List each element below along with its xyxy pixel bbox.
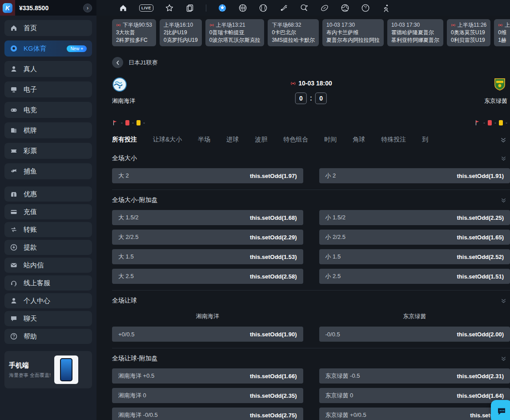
match-card[interactable]: 上半场13:210普瑞卡帕提亚0波尔塔瓦沃尔斯克拉 <box>205 19 265 46</box>
odds-cell[interactable]: 小 2.5this.setOdd(1.51) <box>319 269 510 284</box>
odds-cell[interactable]: 大 2/2.5this.setOdd(2.29) <box>112 230 303 245</box>
market-tab-2[interactable]: 半场 <box>198 136 210 144</box>
back-button[interactable] <box>112 57 123 68</box>
market-tab-5[interactable]: 特色组合 <box>283 136 308 144</box>
market-tab-9[interactable]: 到 <box>422 136 428 144</box>
chevrons-down-icon[interactable] <box>501 298 506 304</box>
sidebar-item-slots[interactable]: 电子 <box>4 81 92 97</box>
odds-cell[interactable]: +0/0.5this.setOdd(1.90) <box>112 327 303 342</box>
sidebar-collapse-button[interactable]: › <box>83 4 92 12</box>
sidebar-item-messages[interactable]: 站内信 <box>4 258 92 273</box>
match-card-time: 下半场90:53 <box>116 21 152 29</box>
slots-icon <box>10 85 18 93</box>
live-match-cards-row: 下半场90:533大坎普2科罗拉多FC上半场16:102比萨U190克罗托内U1… <box>96 16 510 50</box>
sidebar-item-profile[interactable]: 个人中心 <box>4 293 92 308</box>
match-card-team2: 基利亚特阿娜夏普尔 <box>391 36 439 44</box>
market-tab-8[interactable]: 特殊投注 <box>381 136 406 144</box>
odds-cell[interactable]: 东京绿茵 +0/0.5this.setOdd( <box>319 408 510 420</box>
odds-cell[interactable]: 小 1.5/2this.setOdd(2.25) <box>319 210 510 225</box>
match-center: 10-03 18:00 0 : 0 <box>290 80 332 104</box>
basketball-icon[interactable] <box>238 4 247 12</box>
market-tab-7[interactable]: 角球 <box>353 136 365 144</box>
bet-odd: this.setOdd(1.68) <box>250 214 297 221</box>
odds-cell[interactable]: 大 2.5this.setOdd(2.58) <box>112 269 303 284</box>
chevrons-down-icon[interactable] <box>501 356 506 362</box>
match-card-team1: 布内卡兰萨维 <box>326 29 380 36</box>
sidebar-item-esports[interactable]: 电竞 <box>4 102 92 118</box>
bet-odd: this.setOdd(2.00) <box>457 331 504 338</box>
sidebar-item-lottery[interactable]: 彩票 <box>4 143 92 159</box>
badminton-icon[interactable] <box>279 4 288 12</box>
tabs-expand-icon[interactable] <box>500 137 506 143</box>
live-filter-button[interactable]: LIVE <box>139 4 153 12</box>
match-card[interactable]: 下半场90:533大坎普2科罗拉多FC <box>112 19 156 46</box>
sidebar-item-deposit[interactable]: 充值 <box>4 204 92 219</box>
sidebar-item-withdraw[interactable]: 提款 <box>4 240 92 255</box>
match-card[interactable]: 上半场0维1赫 <box>494 19 510 46</box>
sidebar-item-support[interactable]: 线上客服 <box>4 275 92 291</box>
odds-cell[interactable]: 湘南海洋 +0.5this.setOdd(1.66) <box>112 368 303 384</box>
odds-cell[interactable]: 东京绿茵 -0.5this.setOdd(2.31) <box>319 368 510 384</box>
match-card-team2: 1赫 <box>498 36 510 44</box>
chat-button[interactable] <box>491 400 510 420</box>
baseball-icon[interactable] <box>259 4 268 12</box>
sidebar-item-label: 真人 <box>24 65 37 73</box>
sidebar-header: K ¥335.8500 › <box>0 0 96 16</box>
odds-cell[interactable]: 小 1.5this.setOdd(2.52) <box>319 249 510 264</box>
bet-label: 大 1.5/2 <box>118 214 139 222</box>
league-name: 日本J1联赛 <box>129 59 158 67</box>
help-icon <box>10 332 18 340</box>
match-card-time: 上半场11:26 <box>451 21 486 29</box>
soccer-ball-icon[interactable] <box>218 4 227 12</box>
market-section-header: 全场让球-附加盘 <box>112 348 510 368</box>
odds-cell[interactable]: 小 2/2.5this.setOdd(1.65) <box>319 230 510 245</box>
odds-cell[interactable]: 湘南海洋 -0/0.5this.setOdd(2.75) <box>112 408 303 420</box>
table-tennis-icon[interactable] <box>300 4 309 12</box>
sidebar-item-fishing[interactable]: 捕鱼 <box>4 163 92 179</box>
market-tab-3[interactable]: 进球 <box>226 136 239 144</box>
sidebar-item-kg-sports[interactable]: KG体育New + <box>4 40 92 57</box>
odds-cell[interactable]: 大 1.5this.setOdd(1.53) <box>112 249 303 264</box>
chevrons-down-icon[interactable] <box>501 156 506 162</box>
mobile-app-promo[interactable]: 手机端 海量赛事 全面覆盖! <box>4 351 92 388</box>
sidebar-item-help[interactable]: 帮助 <box>4 329 92 344</box>
bet-odd: this.setOdd(1.65) <box>457 234 504 241</box>
odds-cell[interactable]: 东京绿茵 0this.setOdd(1.64) <box>319 388 510 403</box>
match-card[interactable]: 10-03 17:30布内卡兰萨维夏普尔布内阿拉拉阿拉 <box>322 19 384 46</box>
odds-cell[interactable]: 大 1.5/2this.setOdd(1.68) <box>112 210 303 225</box>
odds-cell[interactable]: 大 2this.setOdd(1.97) <box>112 168 303 183</box>
bowling-icon[interactable] <box>361 4 370 12</box>
home-icon[interactable] <box>119 4 128 12</box>
market-tab-6[interactable]: 时间 <box>324 136 337 144</box>
match-card[interactable]: 下半场68:320卡巴北尔3MS提拉哈卡默尔 <box>268 19 319 46</box>
market-tab-0[interactable]: 所有投注 <box>112 136 137 144</box>
away-cards-corners: - - - <box>474 120 507 126</box>
odds-cell[interactable]: 湘南海洋 0this.setOdd(2.35) <box>112 388 303 403</box>
favorites-star-icon[interactable] <box>165 4 174 12</box>
sidebar-item-home[interactable]: 首页 <box>4 20 92 36</box>
american-football-icon[interactable] <box>320 4 329 12</box>
column-header: 湘南海洋 <box>112 312 303 320</box>
sidebar-item-promotions[interactable]: 优惠 <box>4 186 92 202</box>
away-score: 0 <box>315 93 327 104</box>
athletics-icon[interactable] <box>381 4 390 12</box>
brand-logo-icon[interactable]: K <box>3 3 12 13</box>
odds-cell[interactable]: 小 2this.setOdd(1.91) <box>319 168 510 183</box>
sidebar-item-chat[interactable]: 聊天 <box>4 311 92 326</box>
bet-odd: this.setOdd(2.29) <box>250 234 297 241</box>
match-card[interactable]: 上半场11:260奥洛莫茨U190利贝雷茨U19 <box>447 19 490 46</box>
sidebar: K ¥335.8500 › 首页KG体育New +真人电子电竞棋牌彩票捕鱼 优惠… <box>0 0 96 420</box>
volleyball-icon[interactable] <box>341 4 349 12</box>
sidebar-item-transfer[interactable]: 转账 <box>4 222 92 237</box>
match-card[interactable]: 10-03 17:30霍德哈萨隆夏普尔基利亚特阿娜夏普尔 <box>387 19 443 46</box>
chevrons-down-icon[interactable] <box>501 198 506 203</box>
sidebar-item-live-casino[interactable]: 真人 <box>4 61 92 77</box>
betslip-notes-icon[interactable] <box>185 4 194 12</box>
match-card-team1: 0卡巴北尔 <box>272 29 315 36</box>
market-tab-1[interactable]: 让球&大小 <box>153 136 182 144</box>
odds-cell[interactable]: -0/0.5this.setOdd(2.00) <box>319 327 510 342</box>
match-card[interactable]: 上半场16:102比萨U190克罗托内U19 <box>160 19 202 46</box>
deposit-icon <box>10 208 18 216</box>
market-tab-4[interactable]: 波胆 <box>255 136 267 144</box>
sidebar-item-board-games[interactable]: 棋牌 <box>4 122 92 138</box>
